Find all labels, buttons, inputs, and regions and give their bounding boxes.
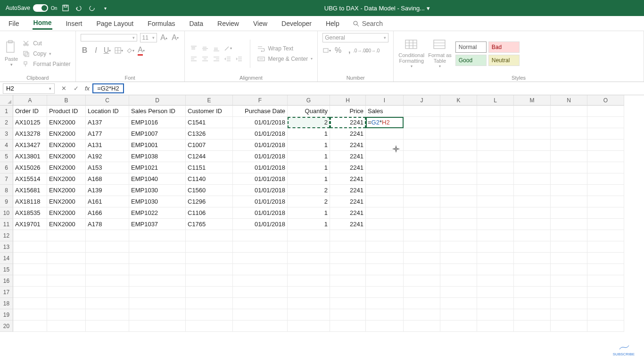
cell-H10[interactable]: 2241 [330, 207, 366, 219]
row-headers[interactable]: 1234567891011121314151617181920 [0, 106, 13, 332]
tab-data[interactable]: Data [188, 18, 204, 29]
cancel-formula-button[interactable]: ✕ [58, 85, 70, 92]
cell-C19[interactable] [86, 309, 129, 321]
cell-D20[interactable] [129, 321, 186, 332]
cell-B8[interactable]: ENX2000 [47, 185, 86, 196]
cell-L2[interactable] [477, 117, 514, 128]
cell-D5[interactable]: EMP1038 [129, 151, 186, 162]
cell-J8[interactable] [404, 185, 440, 196]
cell-L3[interactable] [477, 128, 514, 140]
cell-B15[interactable] [47, 264, 86, 275]
merge-center-button[interactable]: Merge & Center▾ [257, 55, 313, 63]
cell-J17[interactable] [404, 287, 440, 298]
row-header-11[interactable]: 11 [0, 219, 13, 230]
cell-G16[interactable] [288, 275, 330, 287]
cell-J5[interactable] [404, 151, 440, 162]
cell-K9[interactable] [440, 196, 477, 207]
cell-M1[interactable] [514, 106, 551, 117]
cell-K16[interactable] [440, 275, 477, 287]
decrease-font-icon[interactable]: A▾ [171, 33, 180, 42]
cell-E10[interactable]: C1106 [186, 207, 233, 219]
cell-G5[interactable]: 1 [288, 151, 330, 162]
cell-A3[interactable]: AX13278 [13, 128, 47, 140]
cell-O4[interactable] [587, 140, 624, 151]
cell-B6[interactable]: ENX2000 [47, 162, 86, 173]
cell-H16[interactable] [330, 275, 366, 287]
cell-A12[interactable] [13, 230, 47, 241]
cell-E15[interactable] [186, 264, 233, 275]
name-box[interactable]: H2▾ [3, 83, 55, 94]
cell-E11[interactable]: C1765 [186, 219, 233, 230]
cell-D12[interactable] [129, 230, 186, 241]
cell-E17[interactable] [186, 287, 233, 298]
decrease-indent-icon[interactable] [223, 55, 232, 63]
cell-N9[interactable] [551, 196, 587, 207]
cell-E8[interactable]: C1560 [186, 185, 233, 196]
cell-N20[interactable] [551, 321, 587, 332]
cell-A14[interactable] [13, 253, 47, 264]
row-header-14[interactable]: 14 [0, 253, 13, 264]
cut-button[interactable]: Cut [22, 39, 70, 48]
cell-J12[interactable] [404, 230, 440, 241]
autosave-toggle[interactable]: AutoSave On [6, 4, 57, 12]
cell-O8[interactable] [587, 185, 624, 196]
font-size-select[interactable]: 11▾ [140, 33, 157, 42]
cell-H7[interactable]: 2241 [330, 173, 366, 185]
cell-M20[interactable] [514, 321, 551, 332]
cell-K8[interactable] [440, 185, 477, 196]
cell-style-normal[interactable]: Normal [455, 41, 487, 53]
cell-F5[interactable]: 01/01/2018 [233, 151, 288, 162]
cell-M5[interactable] [514, 151, 551, 162]
cell-M14[interactable] [514, 253, 551, 264]
cell-style-bad[interactable]: Bad [488, 41, 520, 53]
cell-F20[interactable] [233, 321, 288, 332]
cell-J11[interactable] [404, 219, 440, 230]
cell-H19[interactable] [330, 309, 366, 321]
cell-L11[interactable] [477, 219, 514, 230]
cell-A18[interactable] [13, 298, 47, 309]
cell-F18[interactable] [233, 298, 288, 309]
cell-D4[interactable]: EMP1001 [129, 140, 186, 151]
increase-decimal-button[interactable]: .0→.00 [356, 46, 365, 55]
align-middle-icon[interactable] [201, 44, 209, 53]
cell-A19[interactable] [13, 309, 47, 321]
row-header-8[interactable]: 8 [0, 185, 13, 196]
cell-K13[interactable] [440, 241, 477, 253]
col-header-O[interactable]: O [587, 95, 624, 106]
cell-M9[interactable] [514, 196, 551, 207]
cell-style-good[interactable]: Good [455, 55, 487, 66]
cell-N19[interactable] [551, 309, 587, 321]
enter-formula-button[interactable]: ✓ [70, 85, 82, 92]
cell-N10[interactable] [551, 207, 587, 219]
cell-G17[interactable] [288, 287, 330, 298]
cell-A1[interactable]: Order ID [13, 106, 47, 117]
font-name-select[interactable]: ▾ [81, 34, 137, 41]
cell-L1[interactable] [477, 106, 514, 117]
cell-L5[interactable] [477, 151, 514, 162]
accounting-format-button[interactable]: ▾ [322, 46, 331, 55]
align-top-icon[interactable] [190, 44, 198, 53]
cell-D17[interactable] [129, 287, 186, 298]
cell-C7[interactable]: A168 [86, 173, 129, 185]
format-painter-button[interactable]: Format Painter [22, 60, 70, 68]
cell-M15[interactable] [514, 264, 551, 275]
cell-N12[interactable] [551, 230, 587, 241]
cell-I8[interactable] [366, 185, 404, 196]
cell-B9[interactable]: ENX2000 [47, 196, 86, 207]
row-header-16[interactable]: 16 [0, 275, 13, 287]
cell-F6[interactable]: 01/01/2018 [233, 162, 288, 173]
cell-D15[interactable] [129, 264, 186, 275]
cell-J2[interactable] [404, 117, 440, 128]
cell-G7[interactable]: 1 [288, 173, 330, 185]
cell-M7[interactable] [514, 173, 551, 185]
cell-O19[interactable] [587, 309, 624, 321]
cell-B4[interactable]: ENX2000 [47, 140, 86, 151]
cell-G1[interactable]: Quantity [288, 106, 330, 117]
cell-I20[interactable] [366, 321, 404, 332]
paste-button[interactable]: Paste ▾ [5, 40, 18, 67]
cell-O15[interactable] [587, 264, 624, 275]
cell-H12[interactable] [330, 230, 366, 241]
col-header-M[interactable]: M [514, 95, 551, 106]
col-header-H[interactable]: H [330, 95, 366, 106]
cell-N2[interactable] [551, 117, 587, 128]
